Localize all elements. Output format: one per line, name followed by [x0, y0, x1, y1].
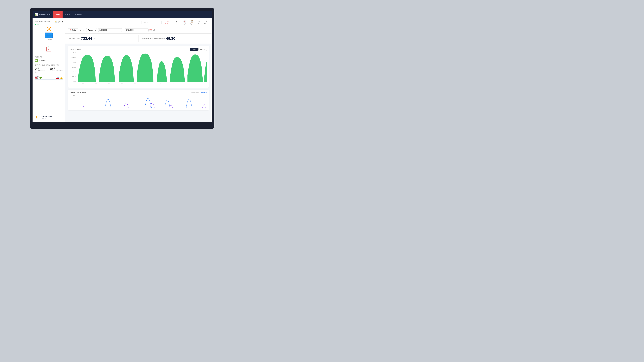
- site-power-chart: 15kW 12.5kW 10kW 7.5kW 5kW 2.5kW 0kW: [70, 52, 207, 86]
- environmental-benefits-section: ENVIRONMENTAL BENEFITS ℹ 24K kg Co2 Emis…: [35, 64, 63, 80]
- power-kw-value: 11.40 kw: [46, 39, 52, 40]
- toolbar-dashboard[interactable]: ⊙ Dashboard: [164, 19, 172, 25]
- logo-icon: ✦: [35, 115, 38, 120]
- inverter-power-svg: [76, 95, 207, 108]
- chart-y-axis: 15kW 12.5kW 10kW 7.5kW 5kW 2.5kW 0kW: [70, 52, 77, 82]
- nav-tab-sites[interactable]: Sites: [53, 11, 62, 18]
- brand-icon: 📊: [34, 13, 38, 16]
- production-value: 733.44: [81, 36, 92, 41]
- current-power-title: CURRENT POWER: [35, 21, 51, 23]
- live-label: Live: [36, 23, 39, 25]
- yield-label: SPECIFIC YIELD (KWH/KWP): [142, 38, 165, 39]
- km-value: 115K: [50, 67, 63, 70]
- power-flow-arrow: [49, 41, 49, 46]
- date-separator: →: [122, 29, 124, 31]
- today-button[interactable]: 📅 Today: [68, 28, 78, 32]
- admin-icon: ⚙: [205, 20, 207, 23]
- co2-stat: 24K kg Co2 Emissions Saved: [35, 67, 48, 73]
- period-select[interactable]: Week: [86, 28, 97, 32]
- charts-area: SITE POWER Power Energy 15kW 12.5kW: [65, 44, 212, 122]
- date-to-input[interactable]: [125, 28, 148, 32]
- chart-body: [77, 52, 207, 82]
- brand-logo: 📊 MONITORING: [34, 13, 52, 16]
- weather-icon: ⛅: [55, 20, 58, 23]
- solar-panel-icon: 🔆: [46, 26, 52, 32]
- weather-display: ⛅ 26°c: [55, 20, 63, 23]
- logo-sub: SOLAR: [40, 118, 52, 119]
- power-diagram: 🔆 11.40 kw: [35, 25, 63, 53]
- svg-rect-0: [45, 33, 53, 38]
- temperature: 26°c: [58, 20, 63, 23]
- search-input[interactable]: [142, 21, 162, 24]
- toolbar-analysis[interactable]: 📈 Analysis: [180, 19, 188, 25]
- energy-toggle-button[interactable]: Energy: [198, 48, 207, 51]
- nav-tabs: Sites Alerts Reports: [53, 11, 84, 18]
- content-area: ⊙ Dashboard ⊞ Layout 📈 Analysis 📋 Report…: [65, 18, 212, 122]
- chart-settings-button[interactable]: ⚙: [153, 29, 155, 31]
- nav-tab-reports[interactable]: Reports: [72, 11, 84, 18]
- brand-name: MONITORING: [39, 13, 52, 15]
- toolbar-admin[interactable]: ⚙ Admin: [203, 19, 209, 25]
- production-stat: PRODUCTION 733.44 kWh: [68, 36, 135, 41]
- toolbar-reports[interactable]: 📋 Reports: [188, 19, 196, 25]
- date-toolbar: 📅 Today ‹ › Week → 📅 ⚙: [65, 27, 212, 33]
- current-power-section: CURRENT POWER ⛅ 26°c Live 🔆: [35, 20, 63, 53]
- production-unit: kWh: [94, 38, 97, 39]
- inverter-header-right: Normalized Show all: [191, 92, 207, 93]
- alerts-icon: ⚠: [198, 20, 200, 23]
- dashboard-icon: ⊙: [167, 20, 169, 23]
- show-all-button[interactable]: Show all: [201, 92, 207, 93]
- prev-arrow[interactable]: ‹: [80, 29, 82, 32]
- analysis-icon: 📈: [183, 20, 186, 23]
- power-toggle-button[interactable]: Power: [190, 48, 198, 51]
- layout-icon: ⊞: [176, 20, 178, 23]
- sidebar: CURRENT POWER ⛅ 26°c Live 🔆: [32, 18, 65, 122]
- no-alerts-text: No Alerts: [39, 60, 46, 61]
- inverter-power-chart: 5kW: [70, 95, 207, 108]
- no-alerts-icon: ✅: [35, 59, 38, 62]
- km-stat: 115K km Driven on Sunshine: [50, 67, 63, 73]
- solar-panel-svg: [44, 32, 53, 38]
- date-from-input[interactable]: [98, 28, 122, 32]
- production-label: PRODUCTION: [68, 38, 80, 39]
- site-power-chart-card: SITE POWER Power Energy 15kW 12.5kW: [68, 46, 209, 88]
- calendar-icon: 📅: [70, 29, 72, 31]
- reports-icon: 📋: [190, 20, 193, 23]
- alerts-title: ALERTS: [35, 56, 42, 58]
- inverter-power-title: INVERTER POWER: [70, 92, 86, 93]
- calendar-icon-right: 📅: [149, 29, 152, 31]
- site-power-svg: [77, 52, 207, 82]
- logo-name: SPRINGERS: [40, 116, 52, 118]
- co2-label: kg Co2 Emissions Saved: [35, 70, 48, 73]
- inverter-y-label: 5kW: [70, 95, 75, 96]
- env-illustration: 🏭 🌿 🚗 🌞: [35, 74, 63, 80]
- toolbar-alerts[interactable]: ⚠ Alerts: [196, 19, 202, 25]
- date-range: → 📅: [98, 28, 152, 32]
- env-info-icon: ℹ: [61, 64, 62, 66]
- main-area: CURRENT POWER ⛅ 26°c Live 🔆: [32, 18, 212, 122]
- chart-toggle: Power Energy: [190, 48, 207, 51]
- live-indicator: [35, 24, 36, 25]
- inverter-power-chart-card: INVERTER POWER Normalized Show all 5kW: [68, 90, 209, 110]
- normalized-label: Normalized: [191, 92, 198, 93]
- next-arrow[interactable]: ›: [83, 29, 85, 32]
- icon-toolbar: ⊙ Dashboard ⊞ Layout 📈 Analysis 📋 Report…: [65, 18, 212, 27]
- stats-bar: PRODUCTION 733.44 kWh SPECIFIC YIELD (KW…: [65, 33, 212, 44]
- site-power-title: SITE POWER: [70, 48, 81, 50]
- alerts-section: ALERTS ✅ No Alerts: [35, 55, 63, 62]
- stats-divider: [138, 35, 138, 42]
- toolbar-layout[interactable]: ⊞ Layout: [173, 19, 180, 25]
- km-label: km Driven on Sunshine: [50, 70, 63, 72]
- yield-value: 46.30: [166, 36, 175, 41]
- co2-value: 24K: [35, 67, 48, 70]
- chart-x-labels: 1/2 1/2 2/2 3/2 3/2 4/2 5/2 5/2 6/2 7/2: [77, 82, 207, 86]
- inverter-icon: ■: [46, 47, 51, 51]
- yield-stat: SPECIFIC YIELD (KWH/KWP) 46.30: [142, 36, 208, 41]
- env-title: ENVIRONMENTAL BENEFITS: [35, 64, 60, 66]
- nav-tab-alerts[interactable]: Alerts: [62, 11, 72, 18]
- top-navigation: 📊 MONITORING Sites Alerts Reports: [32, 11, 212, 18]
- company-logo: ✦ SPRINGERS SOLAR: [35, 113, 63, 120]
